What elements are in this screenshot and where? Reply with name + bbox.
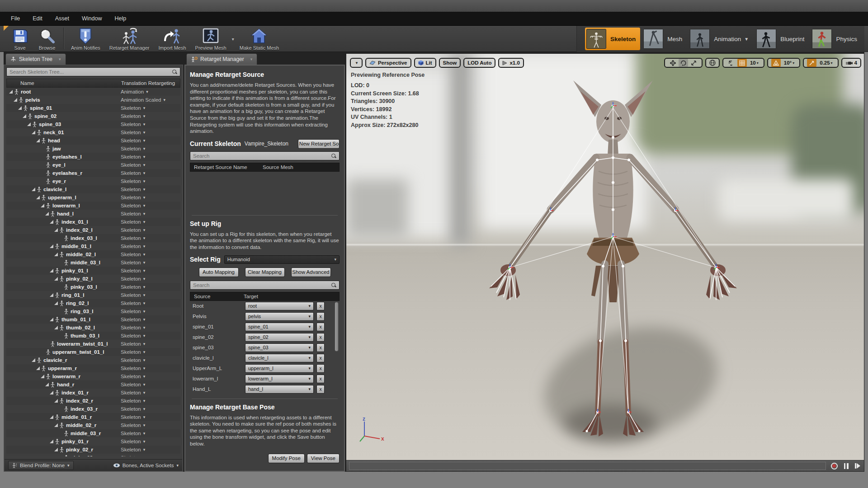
bone-row-lowerarm_r[interactable]: lowerarm_rSkeleton▾: [6, 372, 180, 380]
rotation-snap-toggle[interactable]: [771, 59, 781, 67]
bone-row-hand_l[interactable]: hand_lSkeleton▾: [6, 210, 180, 218]
rig-mapping-search-input[interactable]: Search: [190, 281, 340, 290]
bone-row-lowerarm_twist_01_l[interactable]: lowerarm_twist_01_lSkeleton▾: [6, 340, 180, 348]
bone-row-index_01_l[interactable]: index_01_lSkeleton▾: [6, 218, 180, 226]
toolbar-make-static-mesh-button[interactable]: Make Static Mesh: [235, 27, 283, 51]
translation-retargeting-dropdown[interactable]: Skeleton▾: [121, 146, 145, 151]
translation-retargeting-dropdown[interactable]: Skeleton▾: [121, 390, 145, 395]
mode-tab-skeleton[interactable]: Skeleton: [585, 28, 640, 50]
toolbar-preview-mesh-button[interactable]: Preview Mesh: [191, 27, 231, 51]
translation-retargeting-dropdown[interactable]: Skeleton▾: [121, 276, 145, 282]
mapping-remove-button[interactable]: x: [316, 323, 325, 331]
translation-retargeting-dropdown[interactable]: Skeleton▾: [121, 203, 145, 208]
translation-retargeting-dropdown[interactable]: Skeleton▾: [121, 398, 145, 404]
tree-expander-icon[interactable]: [41, 375, 44, 378]
tree-expander-icon[interactable]: [54, 448, 58, 451]
bone-row-eye_r[interactable]: eye_rSkeleton▾: [6, 177, 180, 185]
rig-select-dropdown[interactable]: Humanoid ▾: [224, 255, 340, 264]
translation-retargeting-dropdown[interactable]: Skeleton▾: [121, 309, 145, 314]
translation-retargeting-dropdown[interactable]: Skeleton▾: [121, 105, 145, 111]
bone-row-pinky_02_l[interactable]: pinky_02_lSkeleton▾: [6, 275, 180, 283]
translation-retargeting-dropdown[interactable]: Skeleton▾: [121, 333, 145, 338]
bone-row-ring_01_l[interactable]: ring_01_lSkeleton▾: [6, 291, 180, 299]
translation-retargeting-dropdown[interactable]: Skeleton▾: [121, 195, 145, 200]
bone-row-upperarm_l[interactable]: upperarm_lSkeleton▾: [6, 193, 180, 202]
translation-retargeting-dropdown[interactable]: Animation▾: [121, 89, 148, 94]
translation-retargeting-dropdown[interactable]: Skeleton▾: [121, 162, 145, 168]
bone-row-neck_01[interactable]: neck_01Skeleton▾: [6, 128, 180, 136]
surface-snap-button[interactable]: [726, 59, 736, 67]
mapping-remove-button[interactable]: x: [316, 302, 325, 310]
translation-retargeting-dropdown[interactable]: Skeleton▾: [121, 284, 145, 290]
bone-row-eyelashes_l[interactable]: eyelashes_lSkeleton▾: [6, 153, 180, 161]
blend-profile-button[interactable]: Blend Profile: None ▾: [8, 461, 74, 470]
translation-retargeting-dropdown[interactable]: Skeleton▾: [121, 447, 145, 452]
step-forward-button[interactable]: [855, 463, 861, 469]
tree-expander-icon[interactable]: [27, 122, 31, 126]
toolbar-browse-button[interactable]: Browse: [33, 27, 61, 51]
tree-expander-icon[interactable]: [50, 293, 53, 297]
mapping-target-dropdown[interactable]: spine_02▾: [245, 333, 314, 342]
tree-expander-icon[interactable]: [50, 269, 53, 272]
translation-retargeting-dropdown[interactable]: Skeleton▾: [121, 170, 145, 176]
translation-retargeting-dropdown[interactable]: Skeleton▾: [121, 268, 145, 273]
mapping-target-dropdown[interactable]: upperarm_l▾: [245, 364, 314, 373]
mapping-target-dropdown[interactable]: hand_l▾: [245, 385, 314, 394]
tree-expander-icon[interactable]: [32, 188, 35, 191]
tree-expander-icon[interactable]: [18, 106, 22, 110]
tree-expander-icon[interactable]: [50, 318, 53, 321]
translation-retargeting-dropdown[interactable]: Skeleton▾: [121, 252, 145, 257]
camera-speed-group[interactable]: 4: [841, 58, 861, 68]
translation-retargeting-dropdown[interactable]: Skeleton▾: [121, 414, 145, 420]
mapping-target-dropdown[interactable]: spine_01▾: [245, 323, 314, 331]
bone-row-pinky_01_r[interactable]: pinky_01_rSkeleton▾: [6, 437, 180, 446]
bone-row-thumb_02_l[interactable]: thumb_02_lSkeleton▾: [6, 324, 180, 332]
skeleton-tree-tab[interactable]: Skeleton Tree ▾: [5, 53, 66, 65]
bone-row-head[interactable]: headSkeleton▾: [6, 136, 180, 145]
tree-expander-icon[interactable]: [9, 90, 13, 94]
tree-expander-icon[interactable]: [36, 139, 40, 142]
bone-row-pinky_03_l[interactable]: pinky_03_lSkeleton▾: [6, 283, 180, 291]
timeline-track[interactable]: [349, 462, 826, 470]
retarget-source-search-input[interactable]: Search: [190, 151, 340, 160]
toolbar-import-mesh-button[interactable]: Import Mesh: [154, 27, 190, 51]
playback-speed-dropdown[interactable]: x1.0: [498, 58, 524, 68]
menu-help[interactable]: Help: [108, 12, 132, 25]
mapping-target-dropdown[interactable]: clavicle_l▾: [245, 354, 314, 362]
modify-pose-button[interactable]: Modify Pose: [268, 454, 305, 463]
translation-retargeting-dropdown[interactable]: Skeleton▾: [121, 406, 145, 412]
bone-row-clavicle_r[interactable]: clavicle_rSkeleton▾: [6, 356, 180, 364]
tree-expander-icon[interactable]: [50, 220, 53, 224]
bone-row-index_02_l[interactable]: index_02_lSkeleton▾: [6, 226, 180, 234]
add-new-retarget-source-button[interactable]: Add New Retarget Source: [298, 139, 340, 149]
bone-row-spine_02[interactable]: spine_02Skeleton▾: [6, 112, 180, 120]
mapping-target-dropdown[interactable]: pelvis▾: [245, 312, 314, 321]
translation-retargeting-dropdown[interactable]: Skeleton▾: [121, 431, 145, 436]
scale-snap-toggle[interactable]: [807, 59, 816, 67]
grid-snap-value[interactable]: 10▾: [748, 59, 760, 67]
tree-expander-icon[interactable]: [54, 326, 58, 329]
tree-expander-icon[interactable]: [50, 244, 53, 248]
skeleton-tree-search-input[interactable]: Search Skeleton Tree...: [6, 67, 180, 76]
mapping-target-dropdown[interactable]: lowerarm_l▾: [245, 375, 314, 383]
tree-expander-icon[interactable]: [54, 228, 58, 232]
column-translation-retargeting[interactable]: Translation Retargeting: [121, 80, 181, 86]
coordinate-system-button[interactable]: [705, 58, 720, 68]
bone-row-middle_01_r[interactable]: middle_01_rSkeleton▾: [6, 413, 180, 421]
mapping-target-dropdown[interactable]: spine_03▾: [245, 343, 314, 352]
translation-retargeting-dropdown[interactable]: Skeleton▾: [121, 455, 145, 456]
toolbar-retarget-manager-button[interactable]: Retarget Manager: [105, 27, 154, 51]
tree-expander-icon[interactable]: [54, 423, 58, 427]
menu-edit[interactable]: Edit: [26, 12, 49, 25]
toolbar-save-button[interactable]: Save: [6, 27, 33, 51]
bone-row-ring_03_l[interactable]: ring_03_lSkeleton▾: [6, 307, 180, 315]
translation-retargeting-dropdown[interactable]: Skeleton▾: [121, 211, 145, 216]
rotation-snap-value[interactable]: 10°▾: [782, 59, 796, 67]
tree-expander-icon[interactable]: [45, 383, 49, 386]
mapping-remove-button[interactable]: x: [316, 343, 325, 352]
tree-expander-icon[interactable]: [50, 391, 53, 394]
bone-row-middle_02_r[interactable]: middle_02_rSkeleton▾: [6, 421, 180, 429]
bone-row-spine_03[interactable]: spine_03Skeleton▾: [6, 120, 180, 128]
rig-mapping-scrollbar[interactable]: [335, 302, 339, 352]
translation-retargeting-dropdown[interactable]: Skeleton▾: [121, 219, 145, 225]
